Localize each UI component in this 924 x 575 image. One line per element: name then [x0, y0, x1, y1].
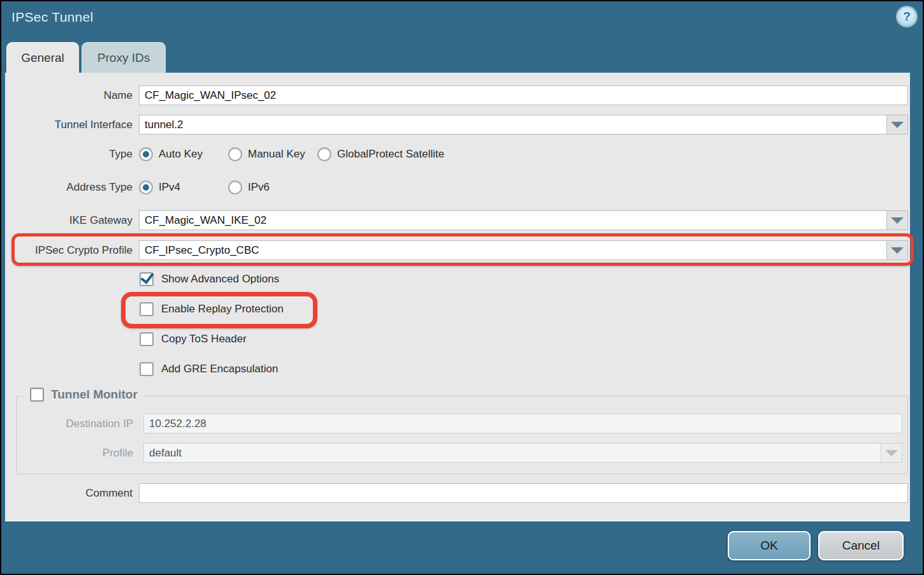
radio-button-icon[interactable] — [228, 180, 242, 194]
cancel-button-label: Cancel — [842, 539, 879, 553]
radio-button-icon[interactable] — [228, 147, 242, 161]
radio-button-icon[interactable] — [139, 147, 153, 161]
tab-proxy-ids[interactable]: Proxy IDs — [82, 42, 166, 73]
radio-auto-key[interactable]: Auto Key — [139, 147, 228, 161]
profile-row: Profile — [23, 443, 902, 463]
destination-ip-row: Destination IP — [23, 414, 902, 433]
name-input[interactable] — [139, 85, 908, 105]
ipsec-crypto-profile-row: IPSec Crypto Profile — [5, 240, 908, 260]
dialog-title: IPSec Tunnel — [11, 10, 94, 25]
checkbox-icon[interactable] — [140, 332, 154, 346]
destination-ip-label: Destination IP — [23, 418, 143, 430]
ok-button[interactable]: OK — [728, 531, 811, 560]
profile-dropdown-button — [881, 443, 902, 463]
checkbox-icon[interactable] — [140, 272, 154, 286]
radio-ipv6-label: IPv6 — [248, 181, 270, 194]
radio-auto-key-label: Auto Key — [159, 148, 203, 161]
radio-manual-key-label: Manual Key — [248, 148, 305, 161]
comment-input[interactable] — [139, 483, 908, 503]
checkbox-icon[interactable] — [30, 388, 44, 402]
checkbox-add-gre-encapsulation-label: Add GRE Encapsulation — [161, 363, 278, 375]
comment-label: Comment — [5, 487, 139, 500]
tunnel-interface-row: Tunnel Interface — [5, 115, 908, 135]
tunnel-interface-input[interactable] — [139, 115, 886, 135]
ipsec-tunnel-dialog: IPSec Tunnel ? General Proxy IDs Name Tu… — [1, 1, 923, 574]
tunnel-interface-dropdown-button[interactable] — [886, 115, 908, 135]
cancel-button[interactable]: Cancel — [818, 531, 904, 560]
type-label: Type — [5, 148, 139, 161]
address-type-row: Address Type IPv4 IPv6 — [5, 180, 908, 195]
checkbox-icon[interactable] — [140, 362, 154, 376]
radio-button-icon[interactable] — [139, 180, 153, 194]
radio-manual-key[interactable]: Manual Key — [228, 147, 317, 161]
checkbox-icon[interactable] — [140, 302, 154, 316]
tab-general-label: General — [21, 51, 64, 65]
chevron-down-icon — [885, 450, 898, 456]
type-row: Type Auto Key Manual Key GlobalProtect S… — [5, 147, 908, 162]
profile-input — [143, 443, 881, 463]
ike-gateway-dropdown-button[interactable] — [886, 210, 908, 230]
checkbox-enable-replay-protection[interactable]: Enable Replay Protection — [140, 302, 284, 316]
profile-label: Profile — [23, 447, 143, 460]
general-tab-panel: Name Tunnel Interface Type Auto Key — [5, 73, 910, 521]
chevron-down-icon — [891, 247, 904, 254]
tunnel-monitor-fieldset: Tunnel Monitor Destination IP Profile — [16, 396, 908, 474]
help-icon[interactable]: ? — [897, 7, 916, 26]
tunnel-interface-label: Tunnel Interface — [5, 119, 139, 131]
address-type-label: Address Type — [5, 181, 139, 194]
ike-gateway-row: IKE Gateway — [5, 210, 908, 230]
profile-combo — [143, 443, 902, 463]
tab-proxy-ids-label: Proxy IDs — [97, 51, 150, 65]
tunnel-monitor-label: Tunnel Monitor — [51, 388, 138, 402]
radio-ipv6[interactable]: IPv6 — [228, 180, 317, 194]
ok-button-label: OK — [760, 539, 777, 553]
tunnel-interface-combo — [139, 115, 908, 135]
radio-globalprotect-satellite-label: GlobalProtect Satellite — [337, 148, 444, 161]
name-label: Name — [5, 89, 139, 102]
type-radio-group: Auto Key Manual Key GlobalProtect Satell… — [139, 147, 444, 161]
ike-gateway-label: IKE Gateway — [5, 214, 139, 227]
radio-ipv4[interactable]: IPv4 — [139, 180, 228, 194]
name-row: Name — [5, 85, 908, 105]
tab-general[interactable]: General — [6, 42, 79, 73]
tunnel-monitor-checkbox[interactable]: Tunnel Monitor — [24, 388, 143, 402]
checkbox-show-advanced-options-label: Show Advanced Options — [161, 273, 279, 286]
ipsec-crypto-profile-combo — [139, 240, 908, 260]
chevron-down-icon — [891, 122, 904, 128]
checkbox-add-gre-encapsulation[interactable]: Add GRE Encapsulation — [140, 362, 278, 376]
checkbox-enable-replay-protection-label: Enable Replay Protection — [161, 303, 284, 316]
ipsec-crypto-profile-dropdown-button[interactable] — [886, 240, 908, 260]
radio-ipv4-label: IPv4 — [159, 181, 180, 194]
ipsec-crypto-profile-label: IPSec Crypto Profile — [5, 244, 139, 257]
checkbox-copy-tos-header-label: Copy ToS Header — [161, 333, 247, 346]
ipsec-crypto-profile-input[interactable] — [139, 240, 886, 260]
chevron-down-icon — [891, 217, 904, 224]
address-type-radio-group: IPv4 IPv6 — [139, 180, 317, 194]
radio-button-icon[interactable] — [317, 147, 331, 161]
ike-gateway-combo — [139, 210, 908, 230]
checkbox-copy-tos-header[interactable]: Copy ToS Header — [140, 332, 247, 346]
ike-gateway-input[interactable] — [139, 210, 886, 230]
radio-globalprotect-satellite[interactable]: GlobalProtect Satellite — [317, 147, 444, 161]
checkbox-show-advanced-options[interactable]: Show Advanced Options — [140, 272, 279, 286]
comment-row: Comment — [5, 483, 908, 503]
destination-ip-input — [143, 414, 902, 433]
